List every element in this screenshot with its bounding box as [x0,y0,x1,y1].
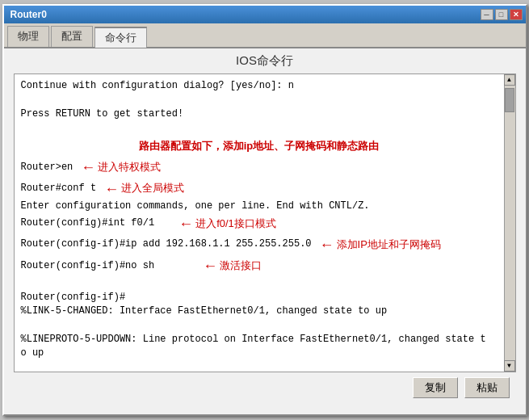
terminal-area[interactable]: Continue with configuration dialog? [yes… [14,74,516,372]
terminal-blank2 [21,318,498,332]
terminal-line-nosh: Router(config-if)#no sh [21,259,155,273]
section-title: IOS命令行 [10,53,519,69]
terminal-line-int: Router(config)#int f0/1 [21,216,155,230]
annotation-activate: ← 激活接口 [203,255,262,276]
terminal-line-en: Router>en [21,161,73,174]
ip-add-line: Router(config-if)#ip add 192.168.1.1 255… [21,234,498,255]
annotation-global: ← 进入全局模式 [104,178,184,200]
int-f01-line: Router(config)#int f0/1 ← 进入f0/1接口模式 [21,213,498,234]
terminal-blank3 [21,361,498,372]
terminal-line-conf: Router#conf t [21,182,97,195]
terminal-line-3: Press RETURN to get started! [21,107,498,121]
terminal-line-1: Continue with configuration dialog? [yes… [21,79,498,93]
annotation-title: 路由器配置如下，添加ip地址、子网掩码和静态路由 [21,139,498,154]
conf-t-line: Router#conf t ← 进入全局模式 [21,178,498,200]
close-button[interactable]: ✕ [510,9,523,20]
terminal-line-lineproto2: o up [21,346,498,360]
window-title: Router0 [10,9,47,20]
title-bar: Router0 ─ □ ✕ [4,6,526,23]
arrow-right-icon4: ← [320,234,334,255]
tab-cli[interactable]: 命令行 [94,27,147,48]
terminal-line-enter-conf: Enter configuration commands, one per li… [21,200,498,213]
annotation-interface: ← 进入f0/1接口模式 [178,213,276,234]
maximize-button[interactable]: □ [495,9,508,20]
bottom-bar: 复制 粘贴 [10,372,519,403]
terminal-line-link: %LINK-5-CHANGED: Interface FastEthernet0… [21,304,498,318]
annotation-privileged: ← 进入特权模式 [81,157,161,178]
terminal-text: Continue with configuration dialog? [yes… [21,79,498,372]
minimize-button[interactable]: ─ [481,9,493,20]
tab-bar: 物理 配置 命令行 [4,23,526,48]
paste-button[interactable]: 粘贴 [464,377,510,398]
terminal-line-ip: Router(config-if)#ip add 192.168.1.1 255… [21,237,312,251]
arrow-right-icon2: ← [104,178,119,200]
window-controls: ─ □ ✕ [481,9,523,20]
no-sh-line: Router(config-if)#no sh ← 激活接口 [21,255,498,276]
page-content: IOS命令行 Continue with configuration dialo… [4,48,526,408]
arrow-right-icon3: ← [178,213,193,234]
tab-config[interactable]: 配置 [51,26,93,47]
terminal-line-prompt1: Router(config-if)# [21,291,498,304]
scrollbar[interactable]: ▲ ▼ [504,74,515,372]
arrow-right-icon5: ← [203,255,217,276]
terminal-blank1 [21,276,498,290]
tab-physics[interactable]: 物理 [7,26,49,47]
terminal-line-4 [21,121,498,135]
terminal-line-lineproto1: %LINEPROTO-5-UPDOWN: Line protocol on In… [21,333,498,346]
terminal-line-2 [21,93,498,107]
main-window: Router0 ─ □ ✕ 物理 配置 命令行 IOS命令行 Continue … [2,4,527,416]
scroll-up-button[interactable]: ▲ [504,74,515,86]
arrow-right-icon: ← [81,157,95,178]
router-en-line: Router>en ← 进入特权模式 [21,157,498,178]
copy-button[interactable]: 复制 [413,377,458,398]
scroll-thumb[interactable] [505,88,514,112]
scroll-down-button[interactable]: ▼ [504,360,515,372]
annotation-ip: ← 添加IP地址和子网掩码 [320,234,441,255]
